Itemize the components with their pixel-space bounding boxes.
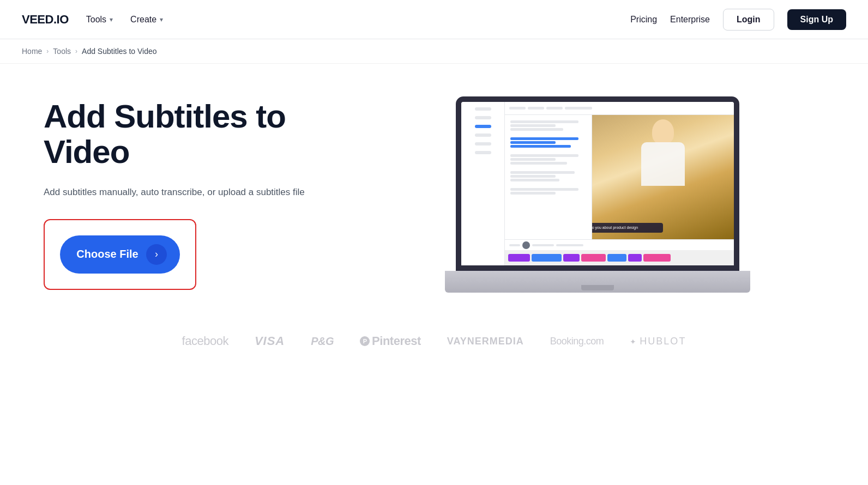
nav-left: VEED.IO Tools ▾ Create ▾	[22, 13, 163, 27]
list-item	[508, 152, 588, 167]
brand-pinterest: P Pinterest	[360, 334, 421, 348]
hero-subtitle: Add subtitles manually, auto transcribe,…	[44, 185, 327, 199]
chevron-down-icon: ▾	[110, 16, 113, 23]
sidebar-item	[475, 107, 491, 111]
list-item	[508, 169, 588, 184]
sidebar-item	[475, 134, 491, 137]
bottombar-item	[532, 244, 554, 246]
topbar-item	[565, 107, 592, 110]
brand-hublot: ✦HUBLOT	[630, 336, 686, 347]
laptop-topbar	[505, 102, 734, 115]
timeline-chip	[508, 254, 530, 262]
nav-create[interactable]: Create ▾	[130, 15, 163, 25]
hero-title: Add Subtitles to Video	[44, 99, 327, 170]
laptop-content: Today I want to talk to you about produc…	[505, 102, 734, 265]
timeline-chip	[607, 254, 626, 262]
laptop-hinge	[581, 285, 614, 290]
bottombar-item	[522, 241, 530, 249]
breadcrumb-current: Add Subtitles to Video	[82, 47, 157, 56]
nav-enterprise[interactable]: Enterprise	[670, 15, 710, 25]
laptop-screen: Today I want to talk to you about produc…	[456, 96, 739, 271]
logo[interactable]: VEED.IO	[22, 13, 69, 27]
choose-file-button[interactable]: Choose File ›	[60, 235, 180, 274]
chevron-down-icon: ▾	[160, 16, 163, 23]
navbar: VEED.IO Tools ▾ Create ▾ Pricing Enterpr…	[0, 0, 868, 39]
breadcrumb: Home › Tools › Add Subtitles to Video	[0, 39, 868, 64]
laptop-base	[445, 271, 750, 293]
topbar-item	[528, 107, 544, 110]
choose-file-label: Choose File	[73, 248, 146, 260]
list-item	[508, 135, 588, 150]
hero-right: Today I want to talk to you about produc…	[349, 96, 846, 293]
breadcrumb-home[interactable]: Home	[22, 47, 42, 56]
breadcrumb-sep-1: ›	[46, 47, 49, 55]
brand-visa: VISA	[255, 334, 285, 348]
laptop-timeline	[505, 250, 734, 265]
sidebar-item-active	[475, 125, 491, 128]
laptop-mockup: Today I want to talk to you about produc…	[445, 96, 750, 293]
main-content: Add Subtitles to Video Add subtitles man…	[0, 64, 868, 314]
sidebar-item	[475, 142, 491, 146]
timeline-chip	[628, 254, 642, 262]
nav-pricing[interactable]: Pricing	[630, 15, 657, 25]
breadcrumb-sep-2: ›	[75, 47, 77, 55]
brand-logos: facebook VISA P&G P Pinterest VAYNERMEDI…	[0, 314, 868, 374]
brand-booking: Booking.com	[550, 336, 604, 347]
pinterest-icon: P	[360, 336, 370, 346]
laptop-sidebar	[461, 102, 505, 265]
timeline-chip	[643, 254, 671, 262]
nav-right: Pricing Enterprise Login Sign Up	[630, 9, 846, 31]
sidebar-item	[475, 116, 491, 119]
laptop-inner: Today I want to talk to you about produc…	[461, 102, 734, 265]
arrow-right-icon: ›	[146, 244, 167, 265]
timeline-chip	[532, 254, 562, 262]
timeline-chip	[563, 254, 580, 262]
bottombar-item	[509, 244, 520, 246]
subtitle-overlay: Today I want to talk to you about produc…	[592, 223, 663, 233]
upload-box[interactable]: Choose File ›	[44, 219, 196, 290]
login-button[interactable]: Login	[723, 9, 774, 31]
laptop-bottombar	[505, 239, 734, 250]
topbar-item	[509, 107, 526, 110]
bottombar-item	[556, 244, 583, 246]
topbar-item	[546, 107, 563, 110]
laptop-body: Today I want to talk to you about produc…	[505, 115, 734, 239]
hero-left: Add Subtitles to Video Add subtitles man…	[44, 99, 327, 289]
nav-tools[interactable]: Tools ▾	[86, 15, 113, 25]
sidebar-item	[475, 151, 491, 154]
brand-vaynermedia: VAYNERMEDIA	[447, 336, 524, 347]
list-item	[508, 186, 588, 197]
brand-pg: P&G	[311, 335, 334, 348]
timeline-chip	[581, 254, 606, 262]
list-item	[508, 118, 588, 133]
signup-button[interactable]: Sign Up	[787, 9, 846, 30]
brand-facebook: facebook	[182, 334, 228, 348]
breadcrumb-tools[interactable]: Tools	[53, 47, 71, 56]
subtitle-list	[505, 115, 592, 239]
video-preview: Today I want to talk to you about produc…	[592, 115, 734, 239]
